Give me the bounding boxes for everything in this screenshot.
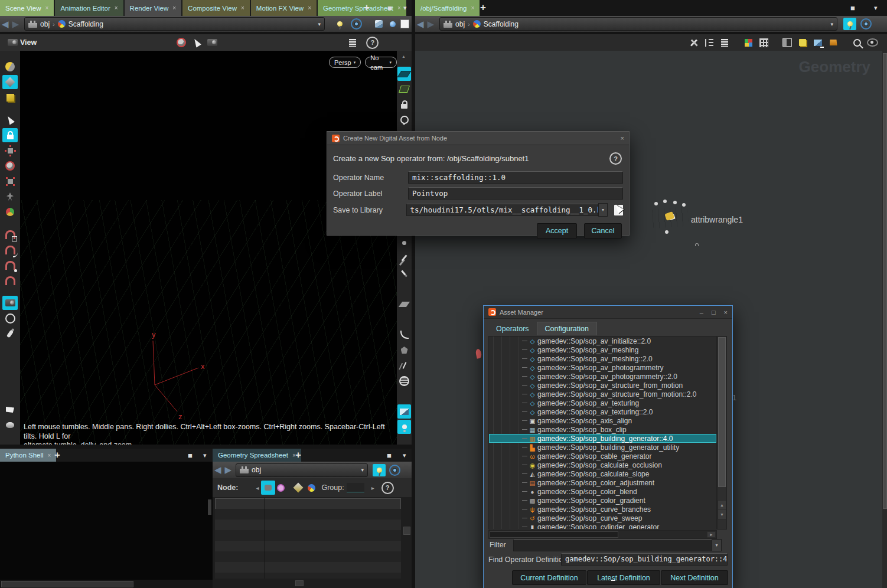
prim-mode-icon[interactable]: [292, 481, 305, 495]
accept-button[interactable]: Accept: [537, 223, 577, 239]
scrollbar-thumb[interactable]: [1, 581, 133, 587]
close-tab-icon[interactable]: ×: [115, 5, 118, 11]
follow-target-icon[interactable]: [351, 18, 362, 30]
pane-maximize-icon[interactable]: ■: [188, 451, 193, 460]
breadcrumb-root[interactable]: obj: [40, 20, 50, 28]
table-hscrollbar[interactable]: [295, 580, 304, 586]
node-output-dot[interactable]: [665, 230, 668, 234]
display-options-icon[interactable]: [345, 35, 360, 50]
operator-name-input[interactable]: mix::scaffolding::1.0: [408, 171, 623, 184]
pane-menu-icon[interactable]: ▾: [874, 4, 878, 12]
normals-display-icon[interactable]: [397, 358, 411, 373]
table-vscrollbar[interactable]: [403, 527, 410, 535]
handles-axis-icon[interactable]: [2, 205, 18, 219]
close-tab-icon[interactable]: ×: [172, 5, 176, 11]
list-view-icon[interactable]: [718, 37, 731, 48]
breadcrumb-node[interactable]: Scaffolding: [69, 20, 103, 28]
select-view-icon[interactable]: [189, 35, 204, 50]
pane-maximize-icon[interactable]: ■: [387, 451, 392, 460]
new-tab-button[interactable]: +: [480, 2, 486, 14]
snap-point-magnet-icon[interactable]: [2, 258, 18, 272]
path-breadcrumb[interactable]: obj ▾: [236, 463, 368, 477]
scale-tool-icon[interactable]: [2, 174, 18, 188]
scrollbar-thumb[interactable]: [490, 531, 618, 538]
brush-display-icon[interactable]: [397, 251, 411, 265]
translate-tool-icon[interactable]: [2, 143, 18, 158]
render-region-icon[interactable]: [2, 311, 18, 325]
background-image-add-icon[interactable]: [811, 37, 824, 48]
persp-view-icon[interactable]: [397, 82, 411, 96]
current-definition-button[interactable]: Current Definition: [512, 570, 586, 585]
operator-row[interactable]: ● gamedev::Sop/sop_color_blend: [489, 487, 716, 496]
select-tool-icon[interactable]: [2, 113, 18, 127]
breadcrumb-root[interactable]: obj: [455, 20, 465, 28]
projection-menu[interactable]: Persp▾: [329, 57, 361, 68]
breadcrumb-root[interactable]: obj: [252, 466, 261, 474]
prim-display-icon[interactable]: [397, 297, 411, 311]
camera-menu[interactable]: No cam▾: [365, 57, 397, 68]
close-tab-icon[interactable]: ×: [48, 452, 51, 459]
prev-node-icon[interactable]: ◂: [256, 485, 259, 491]
close-tab-icon[interactable]: ×: [308, 5, 311, 11]
path-dropdown-icon[interactable]: ▾: [318, 21, 321, 27]
light-pin-icon[interactable]: [397, 420, 411, 434]
close-tab-icon[interactable]: ×: [241, 5, 244, 11]
attribwrangle-node[interactable]: [652, 207, 689, 228]
pin-pane-icon[interactable]: [373, 464, 386, 476]
operator-row[interactable]: ▮ gamedev::Sop/sop_cylinder_generator: [489, 522, 716, 529]
shell-vscrollbar[interactable]: [208, 499, 211, 515]
operator-row[interactable]: ◇ gamedev::Sop/sop_av_photogrammetry: [489, 363, 716, 372]
render-sphere-icon[interactable]: [390, 21, 396, 27]
operator-row[interactable]: ω gamedev::Sop/sop_cable_generator: [489, 452, 716, 460]
forward-icon[interactable]: ▶: [12, 19, 19, 30]
operator-row[interactable]: ◇ gamedev::Sop/sop_av_meshing::2.0: [489, 354, 716, 363]
new-tab-button[interactable]: +: [54, 449, 60, 461]
network-tab[interactable]: /obj/Scaffolding ×: [415, 0, 480, 16]
next-node-icon[interactable]: ▸: [371, 485, 374, 491]
group-list-icon[interactable]: [397, 374, 411, 388]
close-tab-icon[interactable]: ×: [45, 5, 49, 11]
pin-pane-icon[interactable]: [333, 18, 346, 30]
new-tab-button[interactable]: +: [295, 449, 301, 461]
asset-manager-tab[interactable]: Operators: [488, 322, 537, 335]
pin-pane-icon[interactable]: [843, 18, 856, 30]
snapshot-cube-icon[interactable]: [375, 20, 383, 28]
close-tab-icon[interactable]: ×: [471, 5, 474, 11]
text-overlay-icon[interactable]: [397, 389, 411, 403]
gallery-box-icon[interactable]: [827, 37, 840, 48]
secure-selection-lock-icon[interactable]: [2, 128, 18, 142]
operator-list-vscrollbar[interactable]: ▲ ▼: [717, 336, 727, 530]
polygon-display-icon[interactable]: [397, 343, 411, 357]
node-title[interactable]: attribwrangle1: [691, 215, 743, 224]
forward-icon[interactable]: ▶: [225, 465, 232, 475]
grid-display-icon[interactable]: [397, 67, 411, 81]
pen-display-icon[interactable]: [397, 266, 411, 280]
pane-tab[interactable]: Geometry Spreadsheet ×: [318, 0, 406, 16]
pane-tab[interactable]: Motion FX View ×: [251, 0, 317, 16]
find-operator-input[interactable]: gamedev::Sop/sop_building_generator::4.0: [561, 553, 728, 566]
operator-row[interactable]: ▤ gamedev::Sop/sop_color_adjustment: [489, 478, 716, 487]
asset-manager-window[interactable]: Asset Manager – □ × OperatorsConfigurati…: [483, 305, 733, 588]
node-input-dot[interactable]: [663, 200, 667, 203]
scroll-right-icon[interactable]: ►: [707, 531, 716, 538]
grid-snap-icon[interactable]: [757, 37, 770, 48]
node-input-dot[interactable]: [673, 201, 677, 204]
operator-row[interactable]: ◇ gamedev::Sop/sop_av_initialize::2.0: [489, 337, 716, 345]
vertex-mode-icon[interactable]: [275, 481, 286, 495]
pane-tab[interactable]: Scene View ×: [0, 0, 54, 16]
close-tab-icon[interactable]: ×: [397, 5, 401, 11]
sticky-note-icon[interactable]: [796, 37, 809, 48]
group-filter-input[interactable]: [347, 483, 364, 492]
python-shell-tab[interactable]: Python Shell ×: [0, 449, 56, 462]
geo-spreadsheet-table[interactable]: [213, 497, 412, 588]
node-input-dot[interactable]: [682, 203, 686, 207]
node-input-dot[interactable]: [654, 202, 658, 205]
pose-tool-icon[interactable]: [2, 190, 18, 204]
visibility-eye-icon[interactable]: [866, 37, 879, 48]
save-to-library-input[interactable]: ts/houdini17.5/otls/mix__scaffolding__1_…: [406, 204, 598, 216]
geo-spreadsheet-tab[interactable]: Geometry Spreadsheet ×: [213, 449, 301, 462]
scroll-down-icon[interactable]: ▼: [718, 509, 726, 520]
scrollbar-thumb[interactable]: [718, 337, 726, 487]
scroll-up-icon[interactable]: ▲: [402, 54, 406, 58]
cancel-button[interactable]: Cancel: [584, 223, 622, 239]
